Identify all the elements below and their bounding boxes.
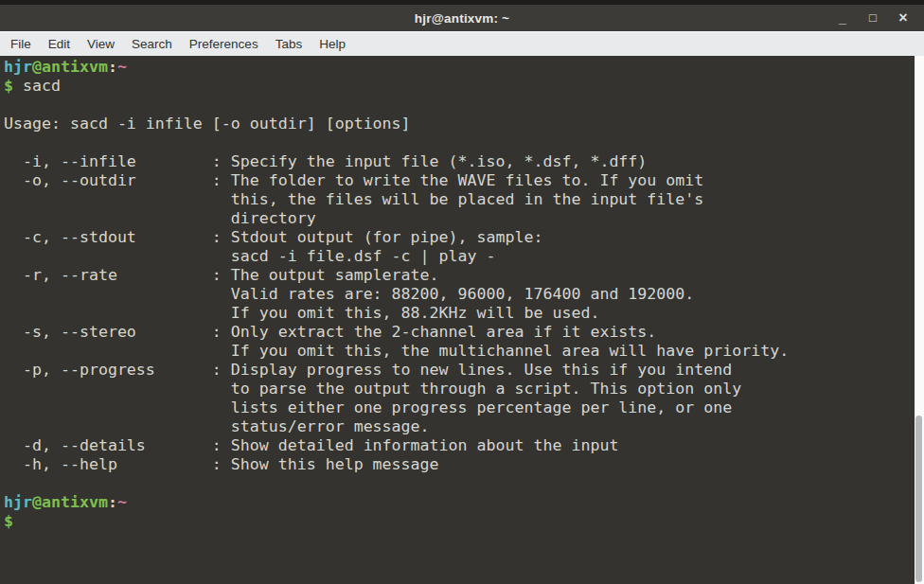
terminal-segment: hjr bbox=[4, 58, 32, 76]
close-button[interactable]: × bbox=[888, 5, 918, 31]
terminal-line: -s, --stereo : Only extract the 2-channe… bbox=[4, 323, 656, 341]
terminal-segment: @antixvm bbox=[32, 493, 108, 511]
menu-item-view[interactable]: View bbox=[79, 37, 123, 51]
scrollbar[interactable] bbox=[915, 56, 924, 584]
terminal-line: $ sacd bbox=[4, 77, 61, 95]
terminal-line: -d, --details : Show detailed informatio… bbox=[4, 436, 618, 454]
window-controls: _ □ × bbox=[827, 5, 918, 31]
maximize-button[interactable]: □ bbox=[858, 5, 888, 31]
terminal-segment: hjr bbox=[4, 493, 32, 511]
menu-item-preferences[interactable]: Preferences bbox=[181, 37, 267, 51]
terminal-segment: $ bbox=[4, 77, 23, 95]
menu-item-search[interactable]: Search bbox=[123, 37, 181, 51]
terminal-segment: ~ bbox=[117, 58, 127, 76]
menu-item-tabs[interactable]: Tabs bbox=[267, 37, 311, 51]
terminal-line: -c, --stdout : Stdout output (for pipe),… bbox=[4, 228, 542, 246]
menu-item-file[interactable]: File bbox=[2, 37, 40, 51]
terminal-line: -r, --rate : The output samplerate. bbox=[4, 266, 439, 284]
terminal-line: -h, --help : Show this help message bbox=[4, 455, 439, 473]
terminal-line: -p, --progress : Display progress to new… bbox=[4, 361, 732, 379]
terminal-line: Usage: sacd -i infile [-o outdir] [optio… bbox=[4, 115, 411, 133]
terminal-line: hjr@antixvm:~ bbox=[4, 58, 127, 76]
terminal-segment: ~ bbox=[117, 493, 127, 511]
terminal-line: -i, --infile : Specify the input file (*… bbox=[4, 152, 647, 170]
terminal-line: lists either one progress percentage per… bbox=[4, 398, 732, 416]
terminal-line: this, the files will be placed in the in… bbox=[4, 190, 703, 208]
terminal-segment: : bbox=[108, 58, 117, 76]
terminal-segment: $ bbox=[4, 512, 13, 530]
titlebar[interactable]: hjr@antixvm: ~ _ □ × bbox=[0, 5, 924, 31]
terminal-segment: @antixvm bbox=[32, 58, 108, 76]
terminal-line: sacd -i file.dsf -c | play - bbox=[4, 247, 496, 265]
menu-item-help[interactable]: Help bbox=[311, 37, 354, 51]
terminal-segment: : bbox=[108, 493, 117, 511]
terminal-line: If you omit this, the multichannel area … bbox=[4, 342, 789, 360]
terminal-line: $ bbox=[4, 512, 13, 530]
terminal-line: to parse the output through a script. Th… bbox=[4, 380, 741, 398]
window-title: hjr@antixvm: ~ bbox=[0, 11, 924, 26]
terminal-line: -o, --outdir : The folder to write the W… bbox=[4, 171, 703, 189]
terminal-segment: sacd bbox=[23, 77, 61, 95]
terminal-line: If you omit this, 88.2KHz will be used. bbox=[4, 304, 599, 322]
terminal-line: directory bbox=[4, 209, 316, 227]
terminal-area: hjr@antixvm:~ $ sacd Usage: sacd -i infi… bbox=[0, 56, 924, 584]
terminal-line: Valid rates are: 88200, 96000, 176400 an… bbox=[4, 285, 694, 303]
terminal-window: hjr@antixvm: ~ _ □ × FileEditViewSearchP… bbox=[0, 0, 924, 584]
minimize-button[interactable]: _ bbox=[827, 5, 858, 31]
terminal-line: hjr@antixvm:~ bbox=[4, 493, 127, 511]
terminal-line: status/error message. bbox=[4, 417, 430, 435]
scrollbar-thumb[interactable] bbox=[915, 416, 922, 582]
menubar: FileEditViewSearchPreferencesTabsHelp bbox=[0, 31, 924, 56]
menu-item-edit[interactable]: Edit bbox=[40, 37, 79, 51]
terminal-output[interactable]: hjr@antixvm:~ $ sacd Usage: sacd -i infi… bbox=[0, 56, 924, 531]
